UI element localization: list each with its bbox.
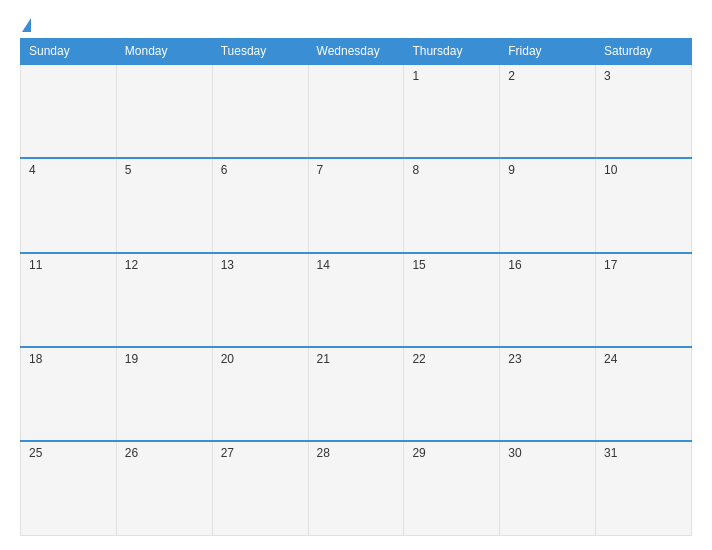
day-number: 3: [604, 69, 611, 83]
calendar-cell: 27: [212, 441, 308, 535]
calendar-day-header-friday: Friday: [500, 39, 596, 65]
day-number: 29: [412, 446, 425, 460]
day-number: 15: [412, 258, 425, 272]
calendar-cell: 28: [308, 441, 404, 535]
calendar-day-header-thursday: Thursday: [404, 39, 500, 65]
calendar-cell: 14: [308, 253, 404, 347]
calendar-cell: [308, 64, 404, 158]
calendar-day-header-wednesday: Wednesday: [308, 39, 404, 65]
calendar-cell: 11: [21, 253, 117, 347]
calendar-cell: 21: [308, 347, 404, 441]
calendar-cell: 3: [596, 64, 692, 158]
calendar-week-row: 11121314151617: [21, 253, 692, 347]
calendar-day-header-tuesday: Tuesday: [212, 39, 308, 65]
day-number: 24: [604, 352, 617, 366]
calendar-cell: [212, 64, 308, 158]
day-number: 14: [317, 258, 330, 272]
calendar-day-header-monday: Monday: [116, 39, 212, 65]
day-number: 23: [508, 352, 521, 366]
calendar-cell: 5: [116, 158, 212, 252]
day-number: 10: [604, 163, 617, 177]
day-number: 20: [221, 352, 234, 366]
calendar-cell: 29: [404, 441, 500, 535]
day-number: 19: [125, 352, 138, 366]
calendar-body: 1234567891011121314151617181920212223242…: [21, 64, 692, 536]
day-number: 28: [317, 446, 330, 460]
calendar-cell: 12: [116, 253, 212, 347]
logo-area: [20, 18, 31, 32]
calendar-cell: 10: [596, 158, 692, 252]
calendar-table: SundayMondayTuesdayWednesdayThursdayFrid…: [20, 38, 692, 536]
calendar-cell: 7: [308, 158, 404, 252]
day-number: 2: [508, 69, 515, 83]
calendar-cell: 25: [21, 441, 117, 535]
day-number: 30: [508, 446, 521, 460]
calendar-cell: [116, 64, 212, 158]
day-number: 11: [29, 258, 42, 272]
calendar-cell: 16: [500, 253, 596, 347]
day-number: 8: [412, 163, 419, 177]
calendar-cell: 26: [116, 441, 212, 535]
day-number: 22: [412, 352, 425, 366]
calendar-cell: 30: [500, 441, 596, 535]
day-number: 12: [125, 258, 138, 272]
day-number: 17: [604, 258, 617, 272]
calendar-cell: 24: [596, 347, 692, 441]
calendar-cell: 31: [596, 441, 692, 535]
calendar-cell: 22: [404, 347, 500, 441]
calendar-header-row: SundayMondayTuesdayWednesdayThursdayFrid…: [21, 39, 692, 65]
calendar-day-header-saturday: Saturday: [596, 39, 692, 65]
calendar-cell: 6: [212, 158, 308, 252]
day-number: 7: [317, 163, 324, 177]
calendar-cell: 9: [500, 158, 596, 252]
day-number: 4: [29, 163, 36, 177]
day-number: 18: [29, 352, 42, 366]
calendar-cell: 20: [212, 347, 308, 441]
day-number: 13: [221, 258, 234, 272]
day-number: 26: [125, 446, 138, 460]
calendar-week-row: 25262728293031: [21, 441, 692, 535]
calendar-cell: [21, 64, 117, 158]
calendar-page: SundayMondayTuesdayWednesdayThursdayFrid…: [0, 0, 712, 550]
logo-triangle-icon: [22, 18, 31, 32]
calendar-cell: 1: [404, 64, 500, 158]
calendar-cell: 17: [596, 253, 692, 347]
calendar-day-header-sunday: Sunday: [21, 39, 117, 65]
day-number: 27: [221, 446, 234, 460]
day-number: 9: [508, 163, 515, 177]
calendar-cell: 8: [404, 158, 500, 252]
day-number: 1: [412, 69, 419, 83]
calendar-week-row: 45678910: [21, 158, 692, 252]
header: [20, 18, 692, 32]
day-number: 25: [29, 446, 42, 460]
calendar-week-row: 18192021222324: [21, 347, 692, 441]
calendar-cell: 13: [212, 253, 308, 347]
day-number: 21: [317, 352, 330, 366]
day-number: 6: [221, 163, 228, 177]
calendar-week-row: 123: [21, 64, 692, 158]
calendar-cell: 18: [21, 347, 117, 441]
day-number: 16: [508, 258, 521, 272]
calendar-cell: 2: [500, 64, 596, 158]
calendar-cell: 4: [21, 158, 117, 252]
calendar-cell: 15: [404, 253, 500, 347]
calendar-cell: 19: [116, 347, 212, 441]
day-number: 31: [604, 446, 617, 460]
day-number: 5: [125, 163, 132, 177]
calendar-cell: 23: [500, 347, 596, 441]
